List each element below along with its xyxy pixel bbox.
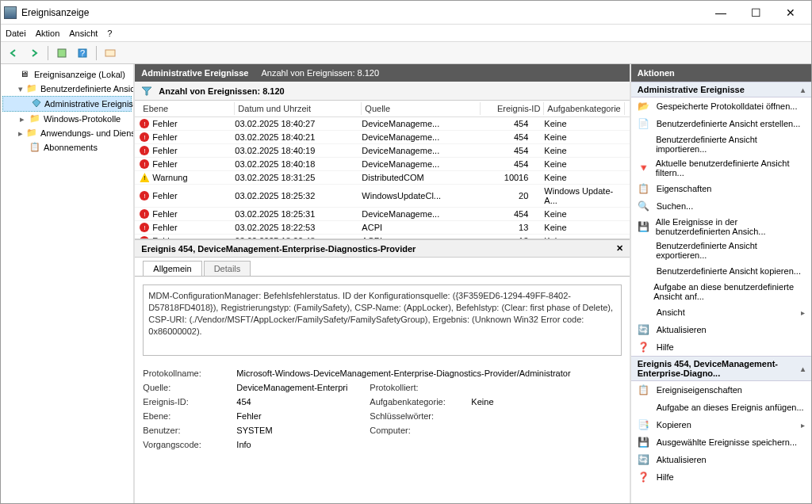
event-date: 03.02.2025 18:31:25: [235, 173, 362, 182]
action-icon: [638, 138, 649, 151]
menu-help[interactable]: ?: [107, 29, 112, 38]
minimize-button[interactable]: —: [703, 2, 738, 24]
action-label: Kopieren: [657, 420, 691, 430]
col-cat[interactable]: Aufgabenkategorie: [544, 102, 624, 115]
action-item[interactable]: 🔍Suchen...: [631, 197, 811, 215]
tab-details[interactable]: Details: [204, 261, 251, 276]
svg-text:?: ?: [80, 48, 85, 58]
action-item[interactable]: 🔄Aktualisieren: [631, 451, 811, 468]
value-computer: [471, 426, 621, 435]
event-row[interactable]: !Fehler 03.02.2025 18:40:19 DeviceManage…: [135, 144, 629, 158]
action-icon: 🔻: [638, 162, 649, 174]
event-date: 03.02.2025 18:22:53: [235, 223, 362, 232]
event-source: DeviceManageme...: [362, 159, 481, 169]
action-item[interactable]: 📑Kopieren▸: [631, 416, 811, 433]
event-category: Keine: [544, 173, 624, 182]
event-row[interactable]: !Fehler 03.02.2025 18:25:32 WindowsUpdat…: [135, 185, 629, 208]
action-item[interactable]: 🔄Aktualisieren: [631, 321, 811, 338]
navigation-tree: 🖥Ereignisanzeige (Lokal) ▾📁Benutzerdefin…: [1, 64, 135, 503]
action-icon: 📋: [638, 384, 650, 396]
action-item[interactable]: Benutzerdefinierte Ansicht exportieren..…: [631, 239, 811, 262]
event-row[interactable]: !Fehler 03.02.2025 18:40:18 DeviceManage…: [135, 158, 629, 171]
action-item[interactable]: 📋Eigenschaften: [631, 180, 811, 197]
menu-action[interactable]: Aktion: [36, 29, 60, 38]
event-row[interactable]: !Fehler 03.02.2025 18:40:27 DeviceManage…: [135, 117, 629, 131]
collapse-icon[interactable]: ▴: [801, 365, 805, 373]
action-item[interactable]: 🔻Aktuelle benutzerdefinierte Ansicht fil…: [631, 156, 811, 180]
action-icon: ❓: [638, 341, 650, 353]
action-icon: 🔍: [638, 200, 650, 212]
view-button[interactable]: [101, 44, 120, 62]
actions-group1-header[interactable]: Administrative Ereignisse▴: [631, 82, 811, 97]
tree-app-logs[interactable]: ▸📁Anwendungs- und Dienstprotokolle: [2, 126, 132, 140]
actions-group2-header[interactable]: Ereignis 454, DeviceManagement-Enterpris…: [631, 356, 811, 381]
event-level: Fehler: [152, 146, 177, 155]
col-source[interactable]: Quelle: [362, 102, 481, 115]
event-row[interactable]: !Warnung 03.02.2025 18:31:25 Distributed…: [135, 171, 629, 185]
event-list[interactable]: Ebene Datum und Uhrzeit Quelle Ereignis-…: [135, 101, 629, 240]
detail-close-icon[interactable]: ✕: [616, 243, 623, 254]
tab-general[interactable]: Allgemein: [143, 261, 201, 276]
collapse-icon[interactable]: ▴: [801, 86, 805, 94]
event-id: 454: [481, 132, 544, 142]
action-item[interactable]: 💾Ausgewählte Ereignisse speichern...: [631, 433, 811, 451]
event-level: Fehler: [152, 191, 177, 200]
event-row[interactable]: !Fehler 03.02.2025 18:25:31 DeviceManage…: [135, 208, 629, 221]
value-logged: [471, 383, 621, 392]
action-icon: 📋: [638, 182, 650, 195]
event-date: 03.02.2025 18:40:21: [235, 132, 362, 142]
action-icon: 🔄: [638, 323, 650, 336]
action-item[interactable]: ❓Hilfe: [631, 468, 811, 486]
event-row[interactable]: !Fehler 03.02.2025 18:22:48 ACPI 13 Kein…: [135, 235, 629, 240]
label-computer: Computer:: [370, 426, 465, 435]
action-label: Alle Ereignisse in der benutzerdefiniert…: [656, 217, 805, 236]
action-item[interactable]: Benutzerdefinierte Ansicht importieren..…: [631, 132, 811, 156]
show-hide-button[interactable]: [52, 44, 71, 62]
event-row[interactable]: !Fehler 03.02.2025 18:40:21 DeviceManage…: [135, 131, 629, 144]
event-id: 20: [481, 191, 544, 200]
label-logname: Protokollname:: [143, 368, 230, 378]
menu-view[interactable]: Ansicht: [69, 29, 98, 38]
event-id: 454: [481, 209, 544, 219]
error-icon: !: [140, 223, 149, 232]
action-item[interactable]: 📋Ereigniseigenschaften: [631, 381, 811, 399]
action-item[interactable]: Aufgabe an dieses Ereignis anfügen...: [631, 399, 811, 416]
col-level[interactable]: Ebene: [140, 102, 235, 115]
back-button[interactable]: [4, 44, 23, 62]
help-button[interactable]: ?: [73, 44, 92, 62]
action-item[interactable]: Aufgabe an diese benutzerdefinierte Ansi…: [631, 280, 811, 304]
action-item[interactable]: ❓Hilfe: [631, 338, 811, 356]
event-source: DeviceManageme...: [362, 132, 481, 142]
maximize-button[interactable]: ☐: [738, 2, 773, 24]
event-level: Fehler: [152, 159, 177, 169]
action-item[interactable]: Ansicht▸: [631, 304, 811, 321]
tree-subscriptions[interactable]: 📋Abonnements: [2, 140, 132, 155]
detail-header: Ereignis 454, DeviceManagement-Enterpris…: [135, 240, 629, 258]
detail-message: MDM-ConfigurationManager: Befehlsfehlers…: [143, 284, 621, 356]
event-id: 454: [481, 159, 544, 169]
col-date[interactable]: Datum und Uhrzeit: [235, 102, 362, 115]
close-button[interactable]: ✕: [773, 2, 808, 24]
event-source: DistributedCOM: [362, 173, 481, 182]
actions-title: Aktionen: [631, 64, 811, 82]
action-item[interactable]: 📄Benutzerdefinierte Ansicht erstellen...: [631, 115, 811, 132]
event-level: Fehler: [152, 209, 177, 219]
event-level: Fehler: [152, 132, 177, 142]
value-source: DeviceManagement-Enterpri: [236, 383, 363, 392]
tree-root[interactable]: 🖥Ereignisanzeige (Lokal): [2, 67, 132, 82]
tree-custom-views[interactable]: ▾📁Benutzerdefinierte Ansichten: [2, 82, 132, 96]
col-id[interactable]: Ereignis-ID: [481, 102, 544, 115]
action-item[interactable]: 📂Gespeicherte Protokolldatei öffnen...: [631, 97, 811, 115]
tree-windows-logs[interactable]: ▸📁Windows-Protokolle: [2, 112, 132, 126]
event-row[interactable]: !Fehler 03.02.2025 18:22:53 ACPI 13 Kein…: [135, 221, 629, 235]
event-category: Keine: [544, 146, 624, 155]
action-item[interactable]: 💾Alle Ereignisse in der benutzerdefinier…: [631, 215, 811, 239]
action-item[interactable]: Benutzerdefinierte Ansicht kopieren...: [631, 262, 811, 280]
menu-file[interactable]: Datei: [6, 29, 26, 38]
forward-button[interactable]: [25, 44, 44, 62]
event-level: Fehler: [152, 223, 177, 232]
tree-administrative-events[interactable]: Administrative Ereignisse: [2, 96, 132, 112]
action-label: Benutzerdefinierte Ansicht kopieren...: [657, 266, 801, 276]
event-category: Keine: [544, 119, 624, 128]
actions-pane: Aktionen Administrative Ereignisse▴ 📂Ges…: [631, 64, 811, 503]
